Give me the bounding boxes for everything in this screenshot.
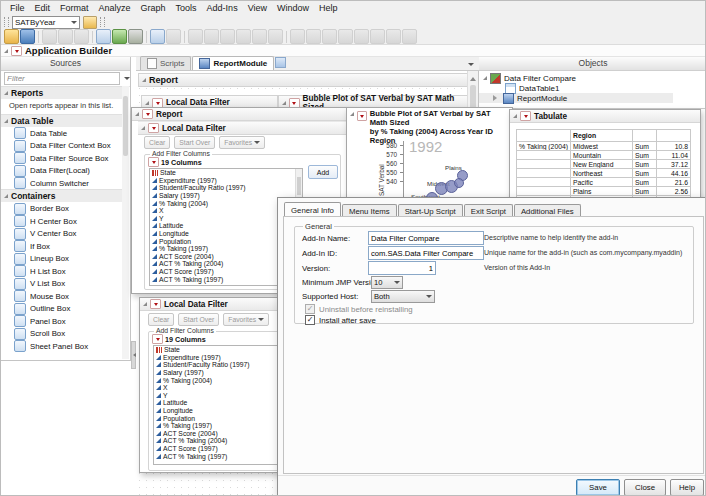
list-item[interactable]: Expenditure (1997) [150,177,302,185]
same-width-icon[interactable] [322,29,337,44]
version-field[interactable] [368,261,436,275]
red-triangle-menu-icon[interactable] [148,123,159,133]
disclosure-icon[interactable] [143,302,147,306]
align-bottom-icon[interactable] [268,29,283,44]
tab-overflow-icon[interactable] [467,60,475,68]
sources-scrollbar[interactable] [122,86,129,359]
clear-button[interactable]: Clear [148,313,174,326]
close-button[interactable]: Close [624,479,666,496]
source-item[interactable]: Scroll Box [1,327,122,340]
source-item[interactable]: Border Box [1,202,122,215]
same-height-icon[interactable] [338,29,353,44]
help-button[interactable]: Help [670,479,704,496]
red-triangle-menu-icon[interactable] [289,98,300,108]
cut-icon[interactable] [42,29,57,44]
bring-front-icon[interactable] [386,29,401,44]
favorites-button[interactable]: Favorites [223,313,269,326]
columns-count-row[interactable]: 19 Columns [152,334,206,344]
source-item[interactable]: Data Filter(Local) [1,164,122,177]
menu-format[interactable]: Format [55,3,94,13]
menu-addins[interactable]: Add-Ins [202,3,243,13]
disclosure-icon[interactable] [4,49,8,53]
disclosure-icon[interactable] [483,76,487,80]
source-item[interactable]: If Box [1,240,122,253]
paste-icon[interactable] [74,29,89,44]
source-item[interactable]: H Center Box [1,215,122,228]
expand-icon[interactable] [493,95,500,101]
tree-item-datatable[interactable]: DataTable1 [479,83,706,93]
run-script-icon[interactable] [83,16,97,29]
red-triangle-menu-icon[interactable] [148,157,159,167]
source-item[interactable]: Outline Box [1,302,122,315]
script-editor-icon[interactable] [112,29,127,44]
start-over-button[interactable]: Start Over [174,136,215,149]
save-button[interactable]: Save [576,479,620,496]
red-triangle-menu-icon[interactable] [152,334,163,344]
clear-button[interactable]: Clear [144,136,170,149]
source-item[interactable]: Data Table [1,127,122,140]
source-item[interactable]: Mouse Box [1,290,122,303]
align-center-icon[interactable] [204,29,219,44]
disclosure-icon[interactable] [513,114,517,118]
min-jmp-version-select[interactable]: 10 [371,276,403,289]
tab-scripts[interactable]: Scripts [140,56,191,70]
red-triangle-menu-icon[interactable] [11,46,22,56]
tabulate-header[interactable]: Tabulate [510,110,700,123]
add-button[interactable]: Add [308,165,338,179]
red-triangle-menu-icon[interactable] [152,98,163,108]
source-item[interactable]: Lineup Box [1,252,122,265]
group-icon[interactable] [354,29,369,44]
report-window-header[interactable]: Report [132,108,347,121]
menu-view[interactable]: View [243,3,272,13]
red-triangle-menu-icon[interactable] [150,299,161,309]
script-combo[interactable]: SATByYear [12,16,80,29]
disclosure-icon[interactable] [135,112,139,116]
align-right-icon[interactable] [220,29,235,44]
menu-analyze[interactable]: Analyze [94,3,136,13]
journal-icon[interactable] [96,29,111,44]
menu-tools[interactable]: Tools [171,3,202,13]
disclosure-icon[interactable] [350,112,354,116]
list-item[interactable]: State [150,169,302,177]
source-item[interactable]: H List Box [1,265,122,278]
uninstall-checkbox[interactable] [305,304,315,314]
source-item[interactable]: Column Switcher [1,177,122,190]
align-top-icon[interactable] [236,29,251,44]
preferences-wrench-icon[interactable] [128,29,143,44]
layout-icon[interactable] [166,29,181,44]
section-containers[interactable]: Containers [1,189,122,202]
tab-reportmodule[interactable]: ReportModule [192,56,274,70]
section-data-table[interactable]: Data Table [1,114,122,127]
send-back-icon[interactable] [402,29,417,44]
filter-input[interactable] [4,72,120,85]
tree-item-reportmodule[interactable]: ReportModule [479,93,673,103]
columns-count-row[interactable]: 19 Columns [148,157,202,167]
addin-name-field[interactable] [368,231,484,245]
supported-host-select[interactable]: Both [371,290,435,303]
addin-id-field[interactable] [368,246,484,260]
scroll-up-icon[interactable] [470,74,476,81]
new-module-icon[interactable] [275,57,286,68]
filter-options-icon[interactable] [124,77,130,83]
distribute-h-icon[interactable] [290,29,305,44]
red-triangle-menu-icon[interactable] [357,111,367,121]
ungroup-icon[interactable] [370,29,385,44]
menu-edit[interactable]: Edit [30,3,56,13]
source-item[interactable]: Panel Box [1,315,122,328]
source-item[interactable]: Data Filter Source Box [1,152,122,165]
ldf-panel-header[interactable]: Local Data Filter [138,121,347,135]
open-icon[interactable] [4,29,19,44]
new-window-icon[interactable] [150,29,165,44]
red-triangle-menu-icon[interactable] [520,111,531,121]
section-reports[interactable]: Reports [1,86,122,99]
disclosure-icon[interactable] [141,126,145,130]
menu-file[interactable]: File [5,3,30,13]
source-item[interactable]: Data Filter Context Box [1,139,122,152]
install-checkbox[interactable] [305,315,315,325]
menu-graph[interactable]: Graph [136,3,171,13]
disclosure-icon[interactable] [142,78,146,82]
bubble-point[interactable] [454,178,464,188]
start-over-button[interactable]: Start Over [178,313,219,326]
save-icon[interactable] [20,29,35,44]
source-item[interactable]: V Center Box [1,227,122,240]
